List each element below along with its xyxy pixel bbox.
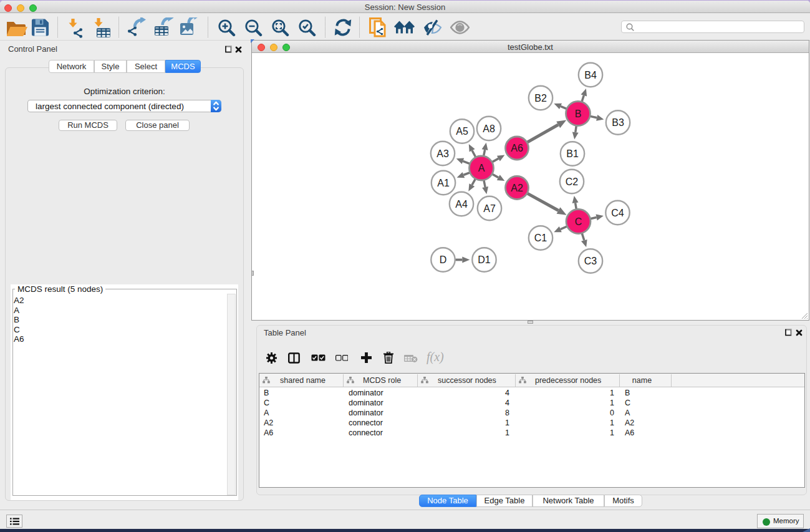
svg-text:A5: A5 [456, 126, 468, 137]
svg-text:C4: C4 [611, 208, 624, 218]
svg-text:B2: B2 [534, 93, 547, 104]
svg-text:B3: B3 [612, 117, 624, 128]
svg-text:D1: D1 [478, 254, 491, 265]
svg-text:C3: C3 [584, 256, 597, 266]
svg-text:A: A [478, 163, 485, 173]
svg-text:C: C [575, 216, 582, 227]
svg-text:A3: A3 [436, 148, 449, 159]
svg-text:C2: C2 [566, 177, 579, 187]
svg-text:A6: A6 [511, 143, 523, 153]
svg-text:A8: A8 [483, 123, 495, 134]
svg-text:C1: C1 [534, 233, 547, 243]
svg-text:A1: A1 [437, 178, 450, 188]
svg-text:A4: A4 [455, 199, 468, 210]
svg-text:B: B [575, 109, 582, 119]
svg-text:B4: B4 [584, 70, 597, 80]
svg-text:D: D [440, 254, 447, 265]
svg-text:A7: A7 [483, 203, 496, 214]
svg-text:A2: A2 [511, 183, 523, 193]
svg-text:B1: B1 [566, 148, 579, 159]
